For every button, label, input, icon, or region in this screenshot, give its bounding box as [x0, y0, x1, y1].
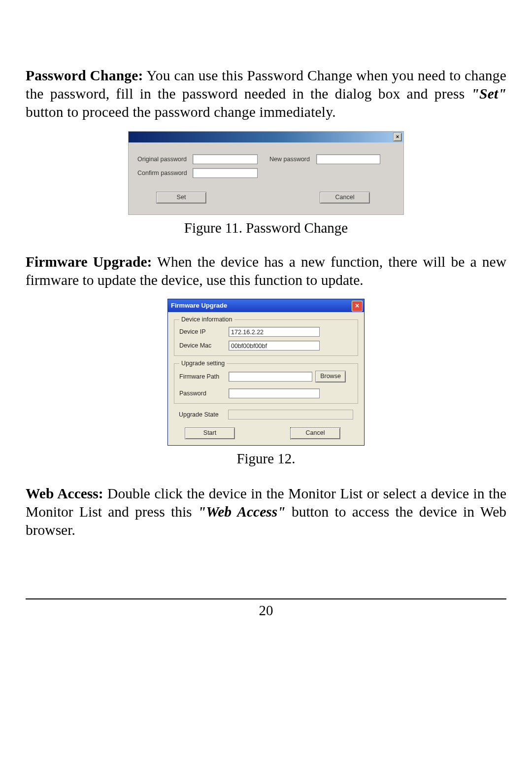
- dialog-body: Original password New password Confirm p…: [129, 142, 403, 214]
- titlebar: Firmware Upgrade ×: [168, 299, 364, 312]
- label-original-password: Original password: [137, 156, 193, 163]
- start-button[interactable]: Start: [185, 427, 235, 439]
- firmware-path-field[interactable]: [229, 372, 312, 382]
- password-change-dialog: × Original password New password Confirm…: [128, 131, 404, 215]
- confirm-password-input[interactable]: [193, 168, 258, 178]
- password-field[interactable]: [229, 388, 320, 398]
- label-new-password: New password: [269, 156, 316, 163]
- device-ip-field[interactable]: 172.16.2.22: [229, 327, 320, 337]
- caption-figure-11: Figure 11. Password Change: [26, 220, 506, 236]
- footer-divider: [26, 598, 506, 599]
- quoted-set: "Set": [471, 86, 506, 102]
- label-password: Password: [179, 390, 229, 397]
- label-device-ip: Device IP: [179, 328, 229, 335]
- firmware-upgrade-dialog: Firmware Upgrade × Device information De…: [167, 299, 365, 446]
- upgrade-setting-group: Upgrade setting Firmware Path Browse Pas…: [174, 360, 358, 404]
- original-password-input[interactable]: [193, 154, 258, 164]
- device-mac-field[interactable]: 00bf00bf00bf: [229, 341, 320, 350]
- upgrade-state-bar: [228, 410, 353, 420]
- heading-firmware-upgrade: Firmware Upgrade:: [26, 254, 152, 270]
- page-number: 20: [26, 602, 506, 619]
- label-confirm-password: Confirm password: [137, 170, 193, 176]
- caption-figure-12: Figure 12.: [26, 451, 506, 467]
- heading-password-change: Password Change:: [26, 68, 143, 83]
- legend-upgrade-setting: Upgrade setting: [179, 360, 227, 367]
- set-button[interactable]: Set: [156, 192, 206, 204]
- cancel-button[interactable]: Cancel: [320, 192, 370, 204]
- text: button to proceed the password change im…: [26, 104, 336, 120]
- new-password-input[interactable]: [316, 154, 380, 164]
- label-upgrade-state: Upgrade State: [179, 411, 228, 418]
- title-text: Firmware Upgrade: [171, 302, 227, 309]
- titlebar: ×: [129, 132, 403, 142]
- legend-device-info: Device information: [179, 316, 234, 323]
- cancel-button[interactable]: Cancel: [290, 427, 340, 439]
- quoted-web-access: "Web Access": [198, 504, 286, 520]
- heading-web-access: Web Access:: [26, 486, 103, 501]
- close-icon[interactable]: ×: [352, 301, 363, 312]
- paragraph-firmware-upgrade: Firmware Upgrade: When the device has a …: [26, 253, 506, 289]
- close-icon[interactable]: ×: [393, 133, 402, 141]
- browse-button[interactable]: Browse: [315, 371, 346, 383]
- paragraph-web-access: Web Access: Double click the device in t…: [26, 485, 506, 539]
- device-information-group: Device information Device IP 172.16.2.22…: [174, 316, 358, 356]
- dialog-body: Device information Device IP 172.16.2.22…: [168, 312, 364, 445]
- paragraph-password-change: Password Change: You can use this Passwo…: [26, 67, 506, 121]
- label-firmware-path: Firmware Path: [179, 373, 229, 380]
- label-device-mac: Device Mac: [179, 342, 229, 349]
